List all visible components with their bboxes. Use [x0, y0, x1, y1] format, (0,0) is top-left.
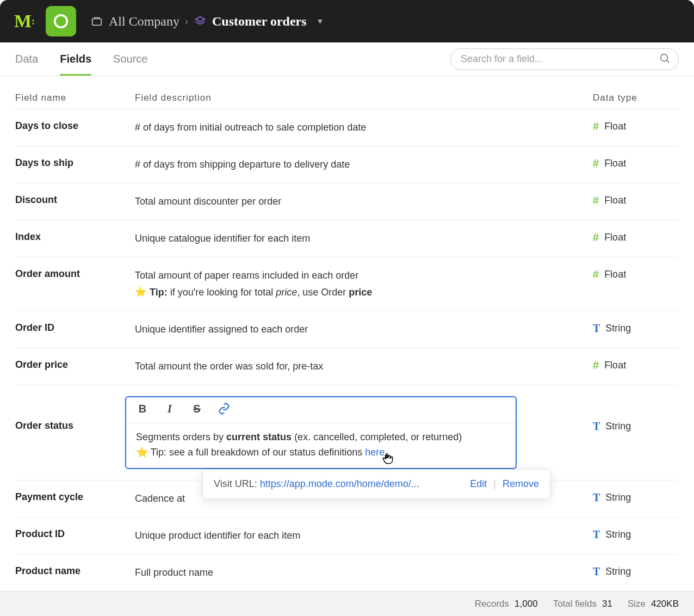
description-editor[interactable]: B I S Segments orders by current status … [125, 396, 517, 469]
field-type: T String [586, 322, 679, 335]
workspace-avatar-icon[interactable] [46, 6, 76, 36]
bold-button[interactable]: B [136, 403, 149, 417]
editor-toolbar: B I S [126, 397, 516, 423]
svg-point-2 [661, 54, 668, 61]
table-row: Product ID Unique product identifier for… [15, 518, 679, 555]
table-row: Order price Total amount the order was s… [15, 348, 679, 385]
field-description[interactable]: Total amount discounter per order [135, 194, 586, 209]
tab-fields[interactable]: Fields [60, 43, 91, 76]
tip-bold: price [349, 287, 372, 298]
field-name[interactable]: Order amount [15, 268, 135, 280]
field-type: # Float [586, 359, 679, 372]
field-type: # Float [586, 157, 679, 170]
col-header-name: Field name [15, 93, 135, 103]
desc-bold: current status [226, 432, 292, 442]
status-records-label: Records [475, 599, 509, 609]
link-button[interactable] [218, 403, 231, 417]
tab-data[interactable]: Data [15, 43, 38, 76]
string-type-icon: T [593, 528, 600, 541]
field-tip: ⭐ Tip: if you're looking for total price… [135, 285, 586, 300]
svg-line-3 [667, 60, 670, 63]
field-description[interactable]: Total amount of paper reams included in … [135, 268, 586, 300]
field-type-label: Float [604, 232, 626, 243]
strikethrough-button[interactable]: S [190, 403, 203, 417]
status-fields-label: Total fields [553, 599, 597, 609]
popover-remove-button[interactable]: Remove [503, 478, 539, 490]
field-name[interactable]: Days to ship [15, 157, 135, 169]
string-type-icon: T [593, 565, 600, 578]
field-type-label: Float [604, 360, 626, 371]
field-description[interactable]: Unique identifier assigned to each order [135, 322, 586, 337]
field-search [450, 48, 679, 70]
popover-url[interactable]: https://app.mode.com/home/demo/... [260, 478, 419, 489]
tip-text: see a full breakdown of our status defin… [166, 447, 365, 458]
table-row: Order amount Total amount of paper reams… [15, 257, 679, 311]
tip-text: if you're looking for total [168, 287, 276, 298]
field-description[interactable]: Full product name [135, 565, 586, 580]
tab-source[interactable]: Source [113, 43, 147, 76]
status-fields-value: 31 [602, 599, 612, 609]
star-icon: ⭐ [135, 285, 146, 299]
status-records: Records 1,000 [475, 599, 538, 609]
breadcrumb-root[interactable]: All Company [109, 14, 179, 29]
field-type-label: Float [604, 269, 626, 280]
col-header-desc: Field description [135, 93, 586, 103]
field-description[interactable]: # of days from shipping departure to del… [135, 157, 586, 172]
breadcrumb-dropdown-icon[interactable]: ▼ [317, 17, 324, 26]
collection-icon [90, 15, 103, 28]
italic-button[interactable]: I [163, 403, 176, 417]
float-type-icon: # [593, 359, 599, 372]
field-description[interactable]: # of days from initial outreach to sale … [135, 120, 586, 135]
field-type: T String [586, 528, 679, 541]
search-input[interactable] [450, 48, 679, 70]
field-type: T String [586, 396, 679, 433]
search-icon[interactable] [659, 53, 671, 67]
brand-logo-m-icon[interactable]: M: [11, 8, 37, 34]
field-type: T String [586, 565, 679, 578]
col-header-type: Data type [586, 93, 679, 103]
field-type: # Float [586, 231, 679, 244]
field-description[interactable]: Unique catalogue identifier for each ite… [135, 231, 586, 246]
field-description-text: Total amount of paper reams included in … [135, 268, 586, 283]
field-name[interactable]: Days to close [15, 120, 135, 132]
table-row: Days to close # of days from initial out… [15, 109, 679, 146]
editor-content[interactable]: Segments orders by current status (ex. c… [126, 423, 516, 468]
popover-edit-button[interactable]: Edit [470, 478, 487, 490]
field-name[interactable]: Discount [15, 194, 135, 206]
star-icon: ⭐ [136, 447, 148, 458]
field-name[interactable]: Payment cycle [15, 491, 135, 503]
table-row: Product name Full product name T String [15, 555, 679, 591]
field-name[interactable]: Index [15, 231, 135, 243]
field-type-label: Float [604, 158, 626, 169]
field-type: # Float [586, 120, 679, 133]
field-description[interactable]: Total amount the order was sold for, pre… [135, 359, 586, 374]
string-type-icon: T [593, 491, 600, 504]
breadcrumb-current[interactable]: Customer orders [212, 14, 307, 29]
table-row: Discount Total amount discounter per ord… [15, 183, 679, 220]
float-type-icon: # [593, 120, 599, 133]
tip-label: Tip: [150, 287, 168, 298]
status-size-value: 420KB [651, 599, 679, 609]
dataset-icon [194, 15, 207, 28]
field-description[interactable]: Unique product identifier for each item [135, 528, 586, 543]
table-row: Days to ship # of days from shipping dep… [15, 146, 679, 183]
pointer-cursor-icon [381, 452, 395, 469]
field-type: # Float [586, 268, 679, 281]
svg-point-0 [55, 15, 67, 28]
float-type-icon: # [593, 157, 599, 170]
table-row-editing: Order status B I S Segments orders by cu… [15, 385, 679, 481]
field-name[interactable]: Product name [15, 565, 135, 577]
field-type-label: String [605, 323, 631, 334]
desc-text: Segments orders by [136, 432, 226, 442]
field-name[interactable]: Order price [15, 359, 135, 371]
field-type: # Float [586, 194, 679, 207]
breadcrumb: All Company › Customer orders ▼ [90, 14, 324, 29]
field-name[interactable]: Order ID [15, 322, 135, 334]
field-name[interactable]: Product ID [15, 528, 135, 540]
table-row: Index Unique catalogue identifier for ea… [15, 220, 679, 257]
field-name[interactable]: Order status [15, 396, 135, 432]
field-type-label: Float [604, 195, 626, 206]
string-type-icon: T [593, 322, 600, 335]
tip-label: Tip: [151, 447, 166, 458]
status-size: Size 420KB [628, 599, 679, 609]
